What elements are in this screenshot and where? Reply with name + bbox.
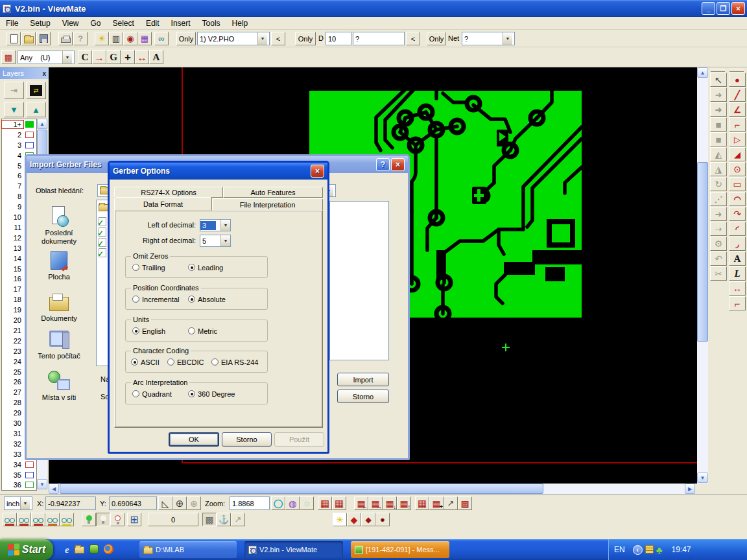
taskbar-task-2[interactable]: [191-482-091] - Mess... <box>351 541 449 558</box>
pan-up-button[interactable]: ▦↑ <box>397 496 411 510</box>
quicklaunch-firefox[interactable] <box>104 544 113 555</box>
radio-label[interactable]: Incremental <box>142 296 179 303</box>
draw-text-button[interactable]: A <box>729 251 746 266</box>
taskbar-task-0[interactable]: D:\MLAB <box>139 541 237 558</box>
radio-label[interactable]: Quadrant <box>142 390 172 398</box>
undo-shape-button[interactable]: ↶ <box>710 251 727 266</box>
layer-up-button[interactable]: ▲ <box>26 102 46 117</box>
move-dcode-button[interactable]: ➜ <box>710 88 727 102</box>
radio-incremental[interactable] <box>132 296 139 303</box>
tray-chevron[interactable]: ‹ <box>633 545 643 555</box>
clock[interactable]: 19:47 <box>672 545 691 554</box>
tab-file-interpretation[interactable]: File Interpretation <box>212 198 323 211</box>
zoom-input[interactable]: 1.8868 <box>230 496 270 510</box>
glasses-dots-button[interactable] <box>3 513 17 526</box>
zoom-grid-button[interactable]: ◍ <box>285 496 300 510</box>
film-colors-button[interactable]: ▦ <box>137 32 152 45</box>
unit-combobox[interactable]: inch ▼ <box>4 496 32 510</box>
arrow-both-button[interactable]: ↔ <box>135 50 149 64</box>
radio-label[interactable]: Metric <box>198 327 217 335</box>
draw-rect-button[interactable]: ▭ <box>729 177 746 191</box>
film-dcode-button[interactable]: ◉ <box>123 32 137 45</box>
radio-quadrant[interactable] <box>132 390 139 397</box>
draw-label-button[interactable]: L <box>729 266 746 281</box>
menu-tools[interactable]: Tools <box>196 18 226 29</box>
layer-color-swatch[interactable] <box>25 472 34 478</box>
glasses-dotline-button[interactable] <box>45 513 60 526</box>
pan-left-button[interactable]: ▦← <box>354 496 368 510</box>
place-icon-wrap[interactable] <box>29 292 89 312</box>
radio-eia-rs-244[interactable] <box>211 358 219 366</box>
star-yellow-button[interactable]: ☀ <box>333 513 347 526</box>
radio-label[interactable]: EIA RS-244 <box>221 358 258 366</box>
canvas-vscrollbar[interactable]: ▲ ▼ <box>697 67 708 484</box>
dcode-query-input[interactable]: ? <box>353 32 405 45</box>
only-dcode-button[interactable]: Only <box>295 32 316 45</box>
G-button[interactable]: G <box>106 50 121 64</box>
y-coordinate-field[interactable]: 0.690643 <box>109 496 157 510</box>
chevron-down-icon[interactable]: ▼ <box>503 32 512 45</box>
scroll-right-icon[interactable]: ▶ <box>685 484 695 494</box>
place-docs[interactable]: Dokumenty <box>29 314 89 323</box>
tab-auto-features[interactable]: Auto Features <box>223 187 323 198</box>
language-indicator[interactable]: EN <box>614 545 625 554</box>
quicklaunch-ie[interactable]: e <box>65 544 69 555</box>
menu-go[interactable]: Go <box>85 18 107 29</box>
place-computer[interactable]: Tento počítač <box>29 352 89 360</box>
square2-button[interactable]: ■ <box>710 132 727 146</box>
grid-a-button[interactable]: ▦ <box>415 496 429 510</box>
bulb-white-button[interactable] <box>96 513 110 526</box>
radio-english[interactable] <box>132 327 139 334</box>
diamond-red2-button[interactable]: ◆ <box>361 513 375 526</box>
close-icon[interactable]: × <box>311 165 324 178</box>
mirror-v-button[interactable]: ◭ <box>710 147 727 161</box>
window-grid-button[interactable]: ⊞ <box>127 513 141 526</box>
layer-color-swatch[interactable] <box>25 461 34 468</box>
resize-button[interactable]: ↗ <box>444 496 458 510</box>
canvas-hscrollbar[interactable]: ◀ ▶ <box>49 484 695 494</box>
radio-360-degree[interactable] <box>188 390 195 397</box>
toolbar-grip[interactable] <box>711 69 725 72</box>
layer-down-button[interactable]: ▼ <box>4 102 24 117</box>
minimize-button[interactable]: _ <box>702 2 715 15</box>
only-net-button[interactable]: Only <box>427 32 446 45</box>
layers-order-button[interactable]: ⇄ <box>26 82 46 99</box>
place-icon-wrap[interactable] <box>29 250 89 271</box>
draw-triangle-button[interactable]: ◢ <box>729 147 746 161</box>
layer-row-34[interactable]: 34 <box>2 460 36 470</box>
menu-edit[interactable]: Edit <box>140 18 165 29</box>
radio-absolute[interactable] <box>188 296 195 303</box>
menu-view[interactable]: View <box>56 18 85 29</box>
x-coordinate-field[interactable]: -0.942237 <box>45 496 96 510</box>
quicklaunch-green-app[interactable] <box>89 544 99 555</box>
dcode-input[interactable]: 10 <box>326 32 351 45</box>
radio-ascii[interactable] <box>131 358 138 366</box>
chevron-down-icon[interactable]: ▼ <box>220 220 230 231</box>
radio-label[interactable]: English <box>142 327 165 335</box>
step-dots-button[interactable]: ⇢ <box>710 222 727 236</box>
tab-rs274x-options[interactable]: RS274-X Options <box>114 187 223 198</box>
layer-row-35[interactable]: 35 <box>2 470 36 480</box>
hscroll-thumb[interactable] <box>60 484 543 494</box>
maximize-button[interactable]: ❐ <box>717 2 730 15</box>
save-button[interactable] <box>36 32 51 45</box>
quicklaunch-folder[interactable] <box>75 544 84 555</box>
chevron-down-icon[interactable]: ▼ <box>20 497 30 509</box>
toolbar-grip[interactable] <box>729 69 744 72</box>
diamond-red-button[interactable]: ◆ <box>347 513 361 526</box>
draw-dimension-button[interactable]: ↔ <box>729 281 746 296</box>
zoom-button[interactable]: ◯ <box>271 496 285 510</box>
layers-close-icon[interactable]: x <box>42 70 46 77</box>
glasses-shape-button[interactable] <box>31 513 45 526</box>
draw-polyline-button[interactable]: ∠ <box>729 102 746 117</box>
radio-trailing[interactable] <box>132 264 139 271</box>
radio-leading[interactable] <box>188 264 195 271</box>
tray-notes[interactable] <box>645 545 654 555</box>
scroll-up-icon[interactable]: ▲ <box>697 67 708 78</box>
layer-color-swatch[interactable] <box>25 132 34 138</box>
place-network[interactable]: Místa v síti <box>29 393 89 402</box>
grid-frame-button[interactable]: ▦ <box>318 496 332 510</box>
dot-grid-button[interactable]: ▩ <box>202 513 217 526</box>
gerber-dialog-titlebar[interactable]: Gerber Options × <box>110 163 327 180</box>
right-decimal-combobox[interactable]: 5 ▼ <box>200 235 231 247</box>
